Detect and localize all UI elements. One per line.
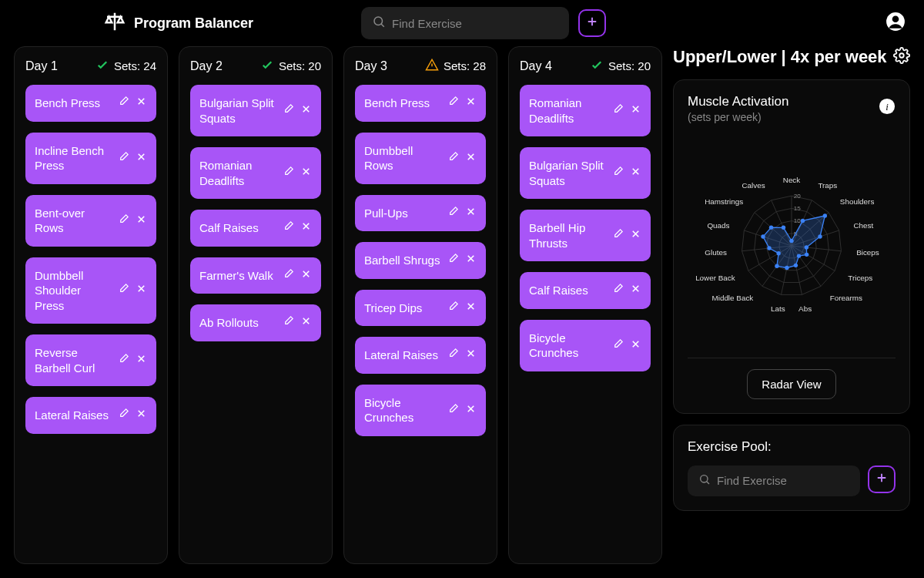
day-label: Day 3 [355,59,387,73]
svg-text:Glutes: Glutes [705,247,727,256]
remove-button[interactable] [465,96,477,110]
exercise-card[interactable]: Calf Raises [520,272,651,309]
pool-search-input[interactable] [717,474,849,487]
exercise-card[interactable]: Incline Bench Press [25,133,156,184]
svg-point-2 [892,15,899,22]
remove-button[interactable] [136,96,147,110]
remove-button[interactable] [465,151,477,166]
remove-button[interactable] [465,206,477,220]
edit-button[interactable] [283,166,294,180]
exercise-card[interactable]: Pull-Ups [355,195,486,232]
global-search[interactable] [361,7,569,39]
edit-button[interactable] [447,348,459,362]
pool-panel-title: Exercise Pool: [688,439,896,455]
day-sets-count: Sets: 24 [114,59,156,72]
remove-button[interactable] [300,103,312,118]
edit-button[interactable] [447,253,459,267]
edit-button[interactable] [612,166,624,180]
edit-button[interactable] [118,96,129,110]
search-input[interactable] [392,17,558,30]
edit-button[interactable] [283,268,294,283]
exercise-name: Bench Press [364,96,430,111]
exercise-card[interactable]: Barbell Hip Thrusts [520,210,651,261]
exercise-card[interactable]: Bench Press [355,85,486,122]
exercise-card[interactable]: Romanian Deadlifts [520,85,651,136]
svg-text:15: 15 [794,205,801,212]
exercise-card[interactable]: Romanian Deadlifts [190,147,321,199]
svg-point-58 [769,225,773,229]
svg-text:Calves: Calves [742,181,765,190]
radar-view-button[interactable]: Radar View [747,369,835,399]
edit-button[interactable] [283,103,294,118]
exercise-name: Barbell Shrugs [364,253,440,268]
exercise-card[interactable]: Bent-over Rows [25,195,156,247]
edit-button[interactable] [612,338,624,353]
exercise-card[interactable]: Bicycle Crunches [520,320,651,371]
exercise-card[interactable]: Tricep Dips [355,290,486,327]
remove-button[interactable] [630,103,641,118]
remove-button[interactable] [300,220,312,235]
remove-button[interactable] [630,228,641,243]
warn-icon [425,58,439,74]
edit-button[interactable] [447,151,459,166]
edit-button[interactable] [118,283,129,297]
remove-button[interactable] [300,268,312,283]
edit-button[interactable] [283,220,294,235]
add-exercise-button[interactable] [578,9,606,37]
day-sets-count: Sets: 20 [279,59,321,72]
remove-button[interactable] [465,348,477,362]
remove-button[interactable] [465,301,477,315]
check-icon [590,58,604,74]
exercise-card[interactable]: Bulgarian Split Squats [190,85,321,136]
remove-button[interactable] [630,283,641,297]
edit-button[interactable] [612,103,624,118]
edit-button[interactable] [447,301,459,315]
edit-button[interactable] [118,408,129,422]
remove-button[interactable] [136,283,147,297]
remove-button[interactable] [136,408,147,422]
exercise-card[interactable]: Dumbbell Shoulder Press [25,257,156,324]
exercise-card[interactable]: Calf Raises [190,210,321,247]
edit-button[interactable] [118,213,129,228]
edit-button[interactable] [612,283,624,297]
exercise-card[interactable]: Bulgarian Split Squats [520,147,651,199]
remove-button[interactable] [136,213,147,228]
remove-button[interactable] [300,166,312,180]
svg-text:Shoulders: Shoulders [840,197,875,206]
edit-button[interactable] [118,151,129,166]
edit-button[interactable] [118,353,129,368]
remove-button[interactable] [136,353,147,368]
exercise-card[interactable]: Dumbbell Rows [355,133,486,184]
edit-button[interactable] [447,403,459,418]
remove-button[interactable] [630,338,641,353]
remove-button[interactable] [300,315,312,330]
edit-button[interactable] [612,228,624,243]
exercise-card[interactable]: Lateral Raises [355,337,486,374]
remove-button[interactable] [630,166,641,180]
info-button[interactable]: i [879,98,896,119]
edit-button[interactable] [283,315,294,330]
remove-button[interactable] [465,403,477,418]
exercise-card[interactable]: Barbell Shrugs [355,242,486,279]
exercise-card[interactable]: Bench Press [25,85,156,122]
pool-search[interactable] [688,465,860,496]
exercise-card[interactable]: Reverse Barbell Curl [25,334,156,386]
exercise-card[interactable]: Lateral Raises [25,397,156,434]
check-icon [95,58,109,74]
exercise-name: Bicycle Crunches [529,331,606,361]
exercise-name: Calf Raises [199,220,259,236]
day-column: Day 2 Sets: 20 Bulgarian Split Squats Ro… [179,46,333,564]
pool-add-button[interactable] [868,465,896,493]
remove-button[interactable] [136,151,147,166]
exercise-card[interactable]: Bicycle Crunches [355,385,486,436]
user-avatar[interactable] [886,12,906,35]
svg-text:Middle Back: Middle Back [711,294,753,302]
svg-point-49 [805,245,808,249]
edit-button[interactable] [447,96,459,110]
remove-button[interactable] [465,253,477,267]
exercise-card[interactable]: Ab Rollouts [190,304,321,341]
exercise-card[interactable]: Farmer's Walk [190,257,321,294]
svg-text:Quads: Quads [707,220,729,229]
edit-button[interactable] [447,206,459,220]
settings-button[interactable] [893,47,910,67]
